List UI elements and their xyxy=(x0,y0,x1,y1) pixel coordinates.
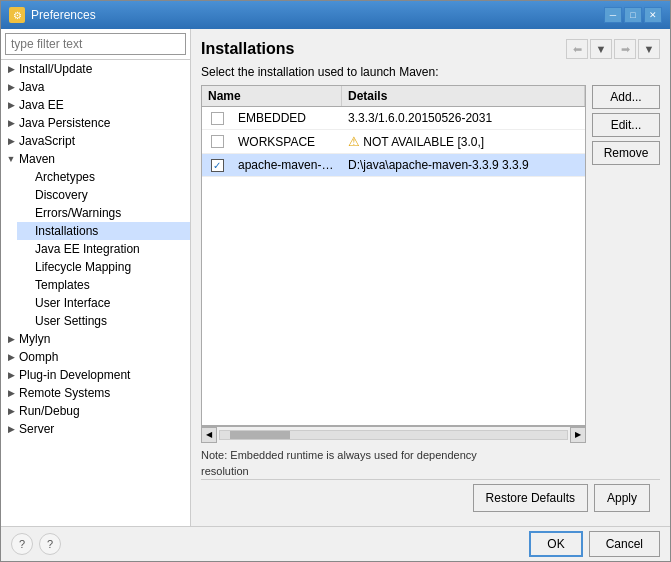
sidebar-item-java-ee[interactable]: ▶ Java EE xyxy=(1,96,190,114)
expand-arrow xyxy=(21,279,33,291)
bottom-bar: Restore Defaults Apply xyxy=(201,479,660,516)
sidebar-item-maven[interactable]: ▼ Maven xyxy=(1,150,190,168)
edit-button[interactable]: Edit... xyxy=(592,113,660,137)
ok-button[interactable]: OK xyxy=(529,531,582,557)
sidebar-item-label: Java Persistence xyxy=(19,116,110,130)
expand-arrow: ▶ xyxy=(5,333,17,345)
sidebar-item-install-update[interactable]: ▶ Install/Update xyxy=(1,60,190,78)
expand-arrow: ▼ xyxy=(5,153,17,165)
expand-arrow xyxy=(21,315,33,327)
warning-icon: ⚠ xyxy=(348,134,360,149)
sidebar-item-label: Installations xyxy=(35,224,98,238)
title-bar: ⚙ Preferences ─ □ ✕ xyxy=(1,1,670,29)
expand-arrow xyxy=(21,189,33,201)
main-area: ▶ Install/Update ▶ Java ▶ Java EE ▶ Java… xyxy=(1,29,670,526)
sidebar-item-installations[interactable]: Installations xyxy=(17,222,190,240)
sidebar-item-label: JavaScript xyxy=(19,134,75,148)
back-button[interactable]: ⬅ xyxy=(566,39,588,59)
sidebar-item-label: Install/Update xyxy=(19,62,92,76)
close-button[interactable]: ✕ xyxy=(644,7,662,23)
sidebar-item-oomph[interactable]: ▶ Oomph xyxy=(1,348,190,366)
sidebar-item-label: Discovery xyxy=(35,188,88,202)
sidebar-item-plug-in-development[interactable]: ▶ Plug-in Development xyxy=(1,366,190,384)
apply-button[interactable]: Apply xyxy=(594,484,650,512)
cancel-button[interactable]: Cancel xyxy=(589,531,660,557)
horizontal-scrollbar: ◀ ▶ xyxy=(201,426,586,442)
scroll-thumb xyxy=(230,431,290,439)
row-name: WORKSPACE xyxy=(232,133,342,151)
help-icon[interactable]: ? xyxy=(11,533,33,555)
sidebar-item-label: Archetypes xyxy=(35,170,95,184)
expand-arrow: ▶ xyxy=(5,117,17,129)
scroll-left-button[interactable]: ◀ xyxy=(201,427,217,443)
expand-arrow: ▶ xyxy=(5,99,17,111)
row-checkbox-cell[interactable] xyxy=(202,110,232,127)
nav-dropdown-button[interactable]: ▼ xyxy=(590,39,612,59)
minimize-button[interactable]: ─ xyxy=(604,7,622,23)
maximize-button[interactable]: □ xyxy=(624,7,642,23)
sidebar-item-label: Maven xyxy=(19,152,55,166)
row-name: EMBEDDED xyxy=(232,109,342,127)
sidebar-item-errors-warnings[interactable]: Errors/Warnings xyxy=(17,204,190,222)
column-details-header: Details xyxy=(342,86,585,106)
sidebar-item-user-settings[interactable]: User Settings xyxy=(17,312,190,330)
add-button[interactable]: Add... xyxy=(592,85,660,109)
sidebar-item-java-ee-integration[interactable]: Java EE Integration xyxy=(17,240,190,258)
sidebar-item-label: Java xyxy=(19,80,44,94)
sidebar-item-java[interactable]: ▶ Java xyxy=(1,78,190,96)
content-header: Installations ⬅ ▼ ➡ ▼ xyxy=(201,39,660,59)
expand-arrow: ▶ xyxy=(5,369,17,381)
table-row[interactable]: EMBEDDED 3.3.3/1.6.0.20150526-2031 xyxy=(202,107,585,130)
sidebar-item-run-debug[interactable]: ▶ Run/Debug xyxy=(1,402,190,420)
expand-arrow xyxy=(21,297,33,309)
sidebar-item-remote-systems[interactable]: ▶ Remote Systems xyxy=(1,384,190,402)
row-checkbox[interactable]: ✓ xyxy=(211,159,224,172)
sidebar-item-mylyn[interactable]: ▶ Mylyn xyxy=(1,330,190,348)
expand-arrow xyxy=(21,207,33,219)
row-checkbox[interactable] xyxy=(211,112,224,125)
row-details: 3.3.3/1.6.0.20150526-2031 xyxy=(342,109,585,127)
sidebar-item-lifecycle-mapping[interactable]: Lifecycle Mapping xyxy=(17,258,190,276)
table-and-buttons: Name Details E xyxy=(201,85,660,442)
sidebar-item-archetypes[interactable]: Archetypes xyxy=(17,168,190,186)
forward-dropdown-button[interactable]: ▼ xyxy=(638,39,660,59)
sidebar-item-label: Mylyn xyxy=(19,332,50,346)
sidebar-item-discovery[interactable]: Discovery xyxy=(17,186,190,204)
footer-bar: ? ? OK Cancel xyxy=(1,526,670,561)
title-bar-left: ⚙ Preferences xyxy=(9,7,96,23)
filter-input[interactable] xyxy=(5,33,186,55)
remove-button[interactable]: Remove xyxy=(592,141,660,165)
sidebar-item-label: Lifecycle Mapping xyxy=(35,260,131,274)
expand-arrow: ▶ xyxy=(5,63,17,75)
row-details: D:\java\apache-maven-3.3.9 3.3.9 xyxy=(342,156,585,174)
sidebar-item-label: Run/Debug xyxy=(19,404,80,418)
window-title: Preferences xyxy=(31,8,96,22)
forward-button[interactable]: ➡ xyxy=(614,39,636,59)
info-icon[interactable]: ? xyxy=(39,533,61,555)
expand-arrow xyxy=(21,171,33,183)
sidebar-item-label: Templates xyxy=(35,278,90,292)
table-header: Name Details xyxy=(202,86,585,107)
sidebar-item-label: Errors/Warnings xyxy=(35,206,121,220)
restore-defaults-button[interactable]: Restore Defaults xyxy=(473,484,588,512)
sidebar-item-java-persistence[interactable]: ▶ Java Persistence xyxy=(1,114,190,132)
scroll-right-button[interactable]: ▶ xyxy=(570,427,586,443)
sidebar-item-user-interface[interactable]: User Interface xyxy=(17,294,190,312)
sidebar-item-server[interactable]: ▶ Server xyxy=(1,420,190,438)
table-row[interactable]: WORKSPACE ⚠ NOT AVAILABLE [3.0,] xyxy=(202,130,585,154)
scroll-track[interactable] xyxy=(219,430,568,440)
row-checkbox[interactable] xyxy=(211,135,224,148)
sidebar-item-label: Oomph xyxy=(19,350,58,364)
sidebar-item-javascript[interactable]: ▶ JavaScript xyxy=(1,132,190,150)
sidebar-item-templates[interactable]: Templates xyxy=(17,276,190,294)
row-checkbox-cell[interactable] xyxy=(202,133,232,150)
expand-arrow xyxy=(21,225,33,237)
sidebar-item-label: Java EE Integration xyxy=(35,242,140,256)
row-checkbox-cell[interactable]: ✓ xyxy=(202,157,232,174)
sidebar-item-label: User Interface xyxy=(35,296,110,310)
expand-arrow: ▶ xyxy=(5,351,17,363)
sidebar: ▶ Install/Update ▶ Java ▶ Java EE ▶ Java… xyxy=(1,29,191,526)
sidebar-item-label: Server xyxy=(19,422,54,436)
page-title: Installations xyxy=(201,40,294,58)
table-row[interactable]: ✓ apache-maven-3.3.9 D:\java\apache-mave… xyxy=(202,154,585,177)
